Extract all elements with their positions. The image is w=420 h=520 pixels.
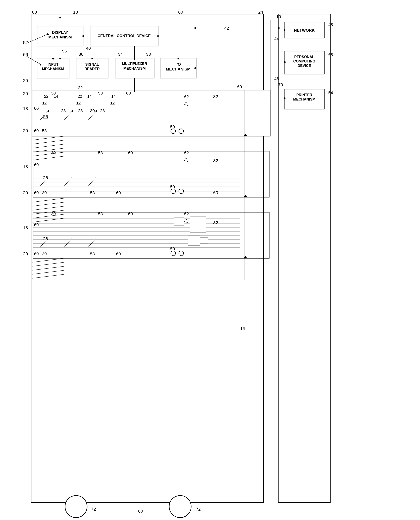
svg-text:16: 16: [240, 326, 245, 332]
svg-text:40: 40: [86, 46, 91, 51]
svg-text:12: 12: [42, 101, 46, 105]
svg-point-165: [171, 189, 176, 194]
svg-text:I/O: I/O: [176, 62, 181, 67]
svg-text:60: 60: [237, 84, 242, 89]
svg-text:26: 26: [43, 114, 48, 119]
svg-rect-201: [200, 237, 208, 243]
svg-text:14: 14: [87, 94, 92, 98]
svg-text:60: 60: [34, 251, 39, 256]
svg-text:58: 58: [98, 91, 103, 95]
svg-text:26: 26: [43, 175, 48, 180]
svg-text:50: 50: [170, 184, 175, 189]
svg-point-215: [65, 496, 87, 518]
svg-text:14: 14: [111, 94, 116, 98]
svg-text:60: 60: [126, 91, 131, 95]
svg-point-128: [179, 129, 184, 134]
svg-rect-43: [278, 14, 330, 503]
svg-text:30: 30: [42, 251, 47, 256]
svg-text:20: 20: [23, 251, 28, 256]
svg-rect-197: [174, 217, 184, 225]
svg-text:44: 44: [274, 36, 279, 41]
svg-rect-200: [188, 235, 200, 245]
svg-text:MULTIPLEXER: MULTIPLEXER: [122, 62, 147, 66]
svg-text:60: 60: [34, 106, 39, 111]
svg-text:60: 60: [138, 509, 143, 514]
svg-text:MECHANISM: MECHANISM: [42, 67, 64, 71]
svg-text:20: 20: [23, 91, 28, 96]
svg-text:12: 12: [76, 101, 81, 105]
svg-text:60: 60: [128, 150, 133, 155]
svg-text:READER: READER: [84, 67, 100, 71]
svg-point-166: [179, 189, 184, 194]
svg-text:30: 30: [90, 108, 95, 113]
svg-text:32: 32: [213, 158, 218, 163]
svg-text:46: 46: [274, 76, 279, 81]
svg-text:52: 52: [23, 40, 28, 45]
svg-text:20: 20: [23, 78, 28, 83]
svg-text:60: 60: [178, 10, 183, 15]
svg-text:60: 60: [34, 222, 39, 227]
svg-text:32: 32: [213, 220, 218, 225]
svg-text:32: 32: [213, 94, 218, 99]
svg-text:60: 60: [213, 190, 218, 195]
svg-text:10: 10: [276, 14, 281, 19]
diagram-svg: DISPLAY MECHANISM CENTRAL CONTROL DEVICE…: [0, 0, 420, 520]
svg-text:34: 34: [118, 52, 123, 56]
svg-text:MECHANISM: MECHANISM: [124, 67, 146, 70]
svg-text:CENTRAL CONTROL DEVICE: CENTRAL CONTROL DEVICE: [98, 34, 150, 38]
svg-text:58: 58: [98, 150, 103, 155]
svg-rect-163: [190, 155, 206, 171]
svg-text:SIGNAL: SIGNAL: [85, 62, 99, 67]
svg-text:28: 28: [61, 108, 66, 113]
svg-text:70: 70: [278, 82, 283, 87]
svg-rect-80: [32, 90, 270, 136]
svg-text:28: 28: [78, 108, 83, 113]
svg-text:50: 50: [170, 247, 175, 251]
svg-text:18: 18: [23, 106, 28, 111]
svg-text:22: 22: [44, 94, 48, 98]
svg-text:62: 62: [184, 211, 189, 216]
svg-text:72: 72: [91, 507, 96, 512]
svg-rect-199: [190, 216, 206, 232]
svg-text:30: 30: [51, 211, 56, 216]
svg-text:18: 18: [23, 164, 28, 169]
svg-text:14: 14: [54, 94, 58, 98]
svg-text:60: 60: [128, 211, 133, 216]
svg-text:24: 24: [258, 10, 263, 15]
svg-text:54: 54: [328, 90, 333, 95]
svg-text:MECHANISM: MECHANISM: [166, 67, 190, 71]
svg-text:60: 60: [116, 190, 121, 195]
svg-text:50: 50: [170, 124, 175, 129]
svg-text:PERSONAL: PERSONAL: [294, 55, 314, 59]
svg-text:MECHANISM: MECHANISM: [293, 97, 315, 101]
svg-text:62: 62: [184, 94, 189, 99]
svg-text:DEVICE: DEVICE: [298, 64, 311, 68]
svg-text:62: 62: [184, 150, 189, 155]
svg-text:PRINTER: PRINTER: [296, 93, 312, 97]
svg-text:68: 68: [328, 52, 333, 57]
svg-text:MECHANISM: MECHANISM: [48, 35, 72, 39]
svg-point-203: [171, 251, 176, 256]
svg-text:48: 48: [328, 22, 333, 27]
svg-text:66: 66: [23, 52, 28, 57]
svg-text:58: 58: [90, 251, 95, 256]
svg-text:58: 58: [98, 211, 103, 216]
svg-text:60: 60: [34, 128, 39, 133]
svg-text:COMPUTING: COMPUTING: [293, 59, 315, 63]
svg-text:26: 26: [43, 236, 48, 241]
svg-rect-123: [174, 100, 184, 108]
svg-text:72: 72: [196, 507, 201, 512]
svg-text:20: 20: [23, 190, 28, 195]
svg-text:NETWORK: NETWORK: [294, 28, 315, 32]
svg-text:38: 38: [146, 52, 151, 56]
svg-text:58: 58: [42, 128, 47, 133]
svg-text:36: 36: [79, 52, 83, 56]
page-wrapper: DISPLAY MECHANISM CENTRAL CONTROL DEVICE…: [0, 0, 420, 520]
svg-text:22: 22: [78, 94, 82, 98]
svg-point-216: [169, 496, 191, 518]
svg-text:60: 60: [116, 251, 121, 256]
svg-text:60: 60: [34, 190, 39, 195]
svg-point-127: [171, 129, 176, 134]
svg-text:30: 30: [51, 150, 56, 155]
svg-text:30: 30: [42, 190, 47, 195]
